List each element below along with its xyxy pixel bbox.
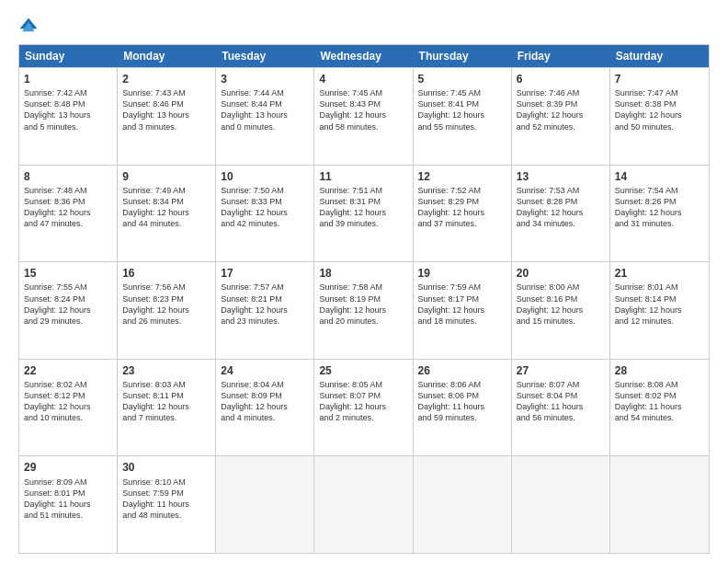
cell-line: Daylight: 12 hours — [122, 401, 210, 412]
day-number: 6 — [517, 72, 605, 86]
cal-row-0: 1Sunrise: 7:42 AMSunset: 8:48 PMDaylight… — [19, 67, 709, 165]
cell-line: and 50 minutes. — [615, 121, 704, 132]
cell-line: Daylight: 12 hours — [24, 401, 112, 412]
cell-line: Sunrise: 8:10 AM — [122, 477, 210, 488]
header-cell-monday: Monday — [118, 45, 216, 67]
cell-line: Daylight: 11 hours — [24, 499, 112, 510]
cell-line: and 58 minutes. — [319, 121, 407, 132]
cal-cell: 18Sunrise: 7:58 AMSunset: 8:19 PMDayligh… — [314, 262, 413, 359]
cell-line: and 52 minutes. — [517, 121, 605, 132]
cell-line: Daylight: 13 hours — [24, 109, 112, 121]
cal-cell: 8Sunrise: 7:48 AMSunset: 8:36 PMDaylight… — [19, 166, 118, 262]
cal-cell: 3Sunrise: 7:44 AMSunset: 8:44 PMDaylight… — [216, 68, 314, 165]
day-number: 25 — [319, 363, 407, 378]
day-number: 11 — [319, 169, 407, 184]
cell-line: Daylight: 12 hours — [122, 207, 210, 218]
cell-line: Daylight: 12 hours — [319, 207, 407, 218]
cell-line: and 29 minutes. — [24, 316, 112, 327]
header-cell-sunday: Sunday — [19, 45, 118, 67]
cell-line: Daylight: 11 hours — [122, 499, 210, 510]
cell-line: Sunrise: 7:43 AM — [122, 87, 210, 98]
cell-line: Sunset: 8:29 PM — [418, 196, 506, 207]
cal-cell: 29Sunrise: 8:09 AMSunset: 8:01 PMDayligh… — [19, 456, 118, 553]
cell-line: and 51 minutes. — [24, 510, 112, 521]
day-number: 30 — [122, 460, 210, 475]
cal-cell: 19Sunrise: 7:59 AMSunset: 8:17 PMDayligh… — [414, 262, 512, 359]
cell-line: Daylight: 12 hours — [221, 401, 309, 412]
cell-line: Sunset: 8:23 PM — [122, 293, 210, 304]
cell-line: Sunrise: 7:53 AM — [517, 185, 605, 196]
cell-line: Sunset: 8:17 PM — [418, 293, 506, 304]
cal-cell: 23Sunrise: 8:03 AMSunset: 8:11 PMDayligh… — [118, 360, 216, 456]
cell-line: Sunset: 8:06 PM — [418, 390, 506, 401]
cell-line: Sunrise: 8:05 AM — [319, 379, 407, 390]
cell-line: Sunrise: 7:57 AM — [221, 282, 309, 293]
cell-line: Daylight: 13 hours — [122, 109, 210, 121]
cell-line: Sunrise: 8:00 AM — [517, 282, 605, 293]
cell-line: Daylight: 12 hours — [24, 304, 112, 316]
day-number: 19 — [418, 266, 506, 281]
cell-line: Daylight: 12 hours — [319, 109, 407, 121]
cell-line: Daylight: 12 hours — [418, 304, 506, 316]
day-number: 2 — [122, 72, 210, 86]
cell-line: Sunrise: 7:55 AM — [24, 282, 112, 293]
cell-line: Daylight: 12 hours — [221, 207, 309, 218]
day-number: 29 — [24, 460, 112, 475]
logo-icon — [18, 17, 39, 37]
cell-line: and 15 minutes. — [517, 316, 605, 327]
cell-line: Daylight: 12 hours — [221, 304, 309, 316]
cell-line: Sunrise: 8:07 AM — [517, 379, 605, 390]
calendar-body: 1Sunrise: 7:42 AMSunset: 8:48 PMDaylight… — [19, 67, 709, 553]
day-number: 1 — [24, 72, 112, 86]
day-number: 5 — [418, 72, 506, 86]
cal-cell: 14Sunrise: 7:54 AMSunset: 8:26 PMDayligh… — [610, 166, 709, 262]
cell-line: and 37 minutes. — [418, 218, 506, 229]
cell-line: and 47 minutes. — [24, 218, 112, 229]
cell-line: Sunset: 8:07 PM — [319, 390, 407, 401]
cell-line: and 42 minutes. — [221, 218, 309, 229]
cal-cell: 12Sunrise: 7:52 AMSunset: 8:29 PMDayligh… — [414, 166, 512, 262]
cell-line: Daylight: 11 hours — [418, 401, 506, 412]
cal-cell: 4Sunrise: 7:45 AMSunset: 8:43 PMDaylight… — [314, 68, 413, 165]
cell-line: Sunrise: 7:58 AM — [319, 282, 407, 293]
cell-line: Sunrise: 7:51 AM — [319, 185, 407, 196]
cal-cell: 26Sunrise: 8:06 AMSunset: 8:06 PMDayligh… — [414, 360, 512, 456]
header-cell-friday: Friday — [512, 45, 610, 67]
cell-line: Sunset: 8:21 PM — [221, 293, 309, 304]
cell-line: Sunrise: 8:09 AM — [24, 477, 112, 488]
day-number: 3 — [221, 72, 309, 86]
cell-line: and 0 minutes. — [221, 121, 309, 132]
cell-line: Sunrise: 8:04 AM — [221, 379, 309, 390]
cal-cell: 28Sunrise: 8:08 AMSunset: 8:02 PMDayligh… — [610, 360, 709, 456]
cal-cell: 2Sunrise: 7:43 AMSunset: 8:46 PMDaylight… — [118, 68, 216, 165]
cell-line: Daylight: 12 hours — [517, 304, 605, 316]
day-number: 8 — [24, 169, 112, 184]
cal-cell: 22Sunrise: 8:02 AMSunset: 8:12 PMDayligh… — [19, 360, 118, 456]
cell-line: Sunset: 8:36 PM — [24, 196, 112, 207]
cell-line: Sunrise: 7:45 AM — [418, 87, 506, 98]
cell-line: Sunrise: 7:45 AM — [319, 87, 407, 98]
cell-line: Sunrise: 8:01 AM — [615, 282, 704, 293]
cal-row-4: 29Sunrise: 8:09 AMSunset: 8:01 PMDayligh… — [19, 455, 709, 553]
cell-line: and 3 minutes. — [122, 121, 210, 132]
cell-line: Sunrise: 8:02 AM — [24, 379, 112, 390]
cal-cell: 25Sunrise: 8:05 AMSunset: 8:07 PMDayligh… — [314, 360, 413, 456]
day-number: 27 — [517, 363, 605, 378]
cell-line: Sunset: 8:39 PM — [517, 98, 605, 109]
cell-line: Sunset: 8:41 PM — [418, 98, 506, 109]
cell-line: Sunset: 8:44 PM — [221, 98, 309, 109]
cal-row-3: 22Sunrise: 8:02 AMSunset: 8:12 PMDayligh… — [19, 359, 709, 456]
cell-line: Sunrise: 7:56 AM — [122, 282, 210, 293]
cal-cell — [512, 456, 610, 553]
cell-line: Sunset: 8:11 PM — [122, 390, 210, 401]
header — [18, 17, 710, 37]
cell-line: and 44 minutes. — [122, 218, 210, 229]
cell-line: Sunset: 8:04 PM — [517, 390, 605, 401]
cal-cell: 7Sunrise: 7:47 AMSunset: 8:38 PMDaylight… — [610, 68, 709, 165]
cal-cell: 11Sunrise: 7:51 AMSunset: 8:31 PMDayligh… — [314, 166, 413, 262]
cell-line: Sunset: 8:16 PM — [517, 293, 605, 304]
cell-line: and 18 minutes. — [418, 316, 506, 327]
cell-line: Sunset: 8:31 PM — [319, 196, 407, 207]
cell-line: Sunset: 8:33 PM — [221, 196, 309, 207]
cell-line: and 2 minutes. — [319, 412, 407, 423]
